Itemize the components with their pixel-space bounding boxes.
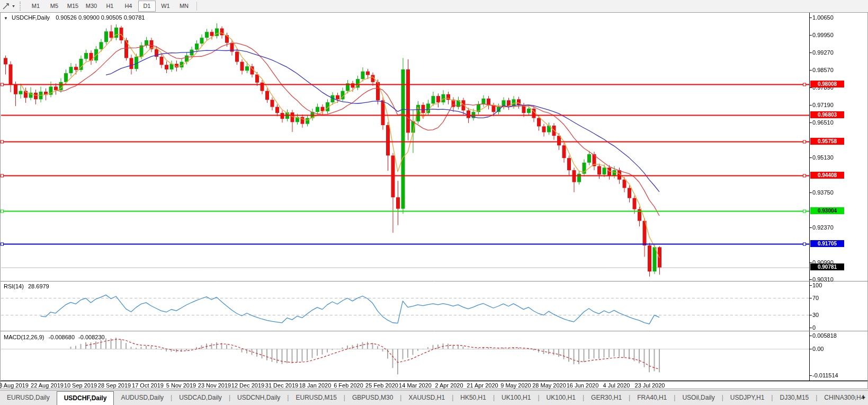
- timeframe-button-m5[interactable]: M5: [46, 1, 63, 12]
- price-axis-tick: 0.95130: [812, 154, 834, 161]
- price-axis-tick: 0.97190: [812, 102, 834, 108]
- chart-tab-dj30-m15[interactable]: DJ30,M15: [773, 392, 816, 404]
- date-axis-tick: 4 Jul 2020: [603, 382, 630, 389]
- macd-axis-tick: 0.00: [812, 346, 824, 352]
- toolbar-separator: [196, 2, 197, 11]
- date-axis-tick: 22 Aug 2019: [31, 382, 64, 389]
- date-axis-tick: 23 Nov 2019: [198, 382, 231, 389]
- timeframe-button-mn[interactable]: MN: [175, 1, 193, 12]
- date-axis-tick: 16 Jun 2020: [567, 382, 599, 389]
- price-level-tag: 0.91705: [810, 240, 844, 247]
- date-axis-tick: 17 Oct 2019: [132, 382, 164, 389]
- chart-tab-uk100-h1[interactable]: UK100,H1: [495, 392, 538, 404]
- rsi-axis-tick: 30: [812, 312, 819, 318]
- rsi-value: 28.6979: [28, 283, 49, 289]
- chart-tab-bar: EURUSD,DailyUSDCHF,DailyAUDUSD,Daily|USD…: [0, 390, 868, 405]
- date-axis-tick: 31 Dec 2019: [265, 382, 298, 389]
- chart-tab-audusd-daily[interactable]: AUDUSD,Daily: [114, 392, 171, 404]
- price-chart-canvas[interactable]: [0, 12, 868, 389]
- rsi-axis-tick: 0: [812, 324, 816, 331]
- date-axis-tick: 14 Mar 2020: [399, 382, 432, 389]
- chart-tab-fra40-h1[interactable]: FRA40,H1: [630, 392, 674, 404]
- price-axis-tick: 0.99950: [812, 32, 834, 38]
- chart-tab-usdchf-daily[interactable]: USDCHF,Daily: [57, 391, 114, 405]
- date-axis-tick: 18 Jan 2020: [299, 382, 332, 389]
- tab-scroll-left-icon[interactable]: ◄: [852, 394, 856, 400]
- date-axis-tick: 5 Nov 2019: [166, 382, 196, 389]
- rsi-name: RSI(14): [4, 283, 24, 289]
- chart-window: ▼ USDCHF,Daily 0.90526 0.90900 0.90505 0…: [0, 12, 868, 389]
- macd-indicator-label: MACD(12,26,9) -0.008680 -0.008230: [4, 334, 105, 340]
- timeframe-button-m15[interactable]: M15: [64, 1, 82, 12]
- chart-tab-eurusd-daily[interactable]: EURUSD,Daily: [0, 392, 57, 404]
- timeframe-button-group: M1M5M15M30H1H4D1W1MN: [26, 1, 193, 12]
- price-axis-tick: 0.98570: [812, 67, 834, 73]
- date-axis-tick: 28 May 2020: [532, 382, 566, 389]
- rsi-axis-tick: 70: [812, 295, 819, 301]
- chart-symbol-period: USDCHF,Daily: [12, 14, 50, 21]
- price-level-tag: 0.90781: [810, 263, 844, 270]
- chart-tab-gbpusd-m30[interactable]: GBPUSD,M30: [345, 392, 400, 404]
- ohlc-values: 0.90526 0.90900 0.90505 0.90781: [56, 14, 145, 21]
- collapse-triangle-icon: ▼: [4, 16, 8, 21]
- rsi-axis-tick: 100: [812, 282, 822, 288]
- price-level-tag: 0.96803: [810, 111, 844, 118]
- trendline-tool-button[interactable]: ▼: [0, 1, 17, 12]
- chart-tab-eurusd-m15[interactable]: EURUSD,M15: [289, 392, 343, 404]
- chevron-down-icon: ▼: [12, 4, 15, 8]
- date-axis-tick: 9 May 2020: [500, 382, 531, 389]
- date-axis-tick: 2 Apr 2020: [435, 382, 463, 389]
- macd-name: MACD(12,26,9): [4, 334, 44, 340]
- price-level-tag: 0.98008: [810, 81, 844, 87]
- toolbar-grip: [20, 2, 24, 11]
- trading-platform-window: ▼ M1M5M15M30H1H4D1W1MN ▼ USDCHF,Daily 0.…: [0, 0, 868, 405]
- date-axis-tick: 23 Jul 2020: [635, 382, 665, 389]
- tab-scroll-right-icon[interactable]: ►: [862, 394, 866, 400]
- chart-tab-xauusd-h1[interactable]: XAUUSD,H1: [401, 392, 452, 404]
- timeframe-button-m30[interactable]: M30: [83, 1, 100, 12]
- chart-tab-uk100-h1[interactable]: UK100,H1: [540, 392, 583, 404]
- price-level-tag: 0.95758: [810, 138, 844, 145]
- trendline-tool-icon: [2, 2, 10, 10]
- date-axis-tick: 28 Sep 2019: [98, 382, 131, 389]
- price-axis-tick: 1.00650: [812, 14, 834, 21]
- chart-tabs: EURUSD,DailyUSDCHF,DailyAUDUSD,Daily|USD…: [0, 391, 868, 405]
- timeframe-button-h1[interactable]: H1: [101, 1, 119, 12]
- tab-scroll-buttons: ◄ ►: [847, 394, 866, 400]
- date-axis-tick: 21 Apr 2020: [467, 382, 498, 389]
- chart-tab-usdcnh-daily[interactable]: USDCNH,Daily: [230, 392, 287, 404]
- price-axis-tick: 0.93750: [812, 189, 834, 196]
- chart-tab-hk50-h1[interactable]: HK50,H1: [453, 392, 493, 404]
- timeframe-button-m1[interactable]: M1: [27, 1, 44, 12]
- date-axis-tick: 3 Aug 2019: [0, 382, 29, 389]
- price-level-tag: 0.94408: [810, 172, 844, 179]
- macd-signal-value: -0.008230: [78, 334, 105, 340]
- price-axis-tick: 0.92370: [812, 224, 834, 231]
- macd-axis-tick: -0.011514: [812, 372, 838, 378]
- chart-tab-usdjpy-h1[interactable]: USDJPY,H1: [723, 392, 771, 404]
- timeframe-button-h4[interactable]: H4: [120, 1, 137, 12]
- price-axis-tick: 0.96510: [812, 119, 834, 126]
- chart-tab-usdcad-daily[interactable]: USDCAD,Daily: [172, 392, 229, 404]
- macd-axis-tick: 0.005818: [812, 332, 837, 339]
- chart-title: ▼ USDCHF,Daily 0.90526 0.90900 0.90505 0…: [4, 14, 145, 21]
- macd-main-value: -0.008680: [48, 334, 75, 340]
- rsi-indicator-label: RSI(14) 28.6979: [4, 283, 49, 289]
- chart-tab-usoil-daily[interactable]: USOil,Daily: [675, 392, 721, 404]
- date-axis-tick: 10 Sep 2019: [64, 382, 97, 389]
- toolbar: ▼ M1M5M15M30H1H4D1W1MN: [0, 0, 868, 13]
- timeframe-button-w1[interactable]: W1: [157, 1, 174, 12]
- date-axis-tick: 12 Dec 2019: [231, 382, 264, 389]
- price-axis-tick: 0.99270: [812, 49, 834, 56]
- chart-tab-ger30-h1[interactable]: GER30,H1: [584, 392, 629, 404]
- date-axis-tick: 25 Feb 2020: [365, 382, 398, 389]
- timeframe-button-d1[interactable]: D1: [138, 1, 156, 12]
- price-level-tag: 0.93004: [810, 207, 844, 214]
- date-axis-tick: 6 Feb 2020: [334, 382, 363, 389]
